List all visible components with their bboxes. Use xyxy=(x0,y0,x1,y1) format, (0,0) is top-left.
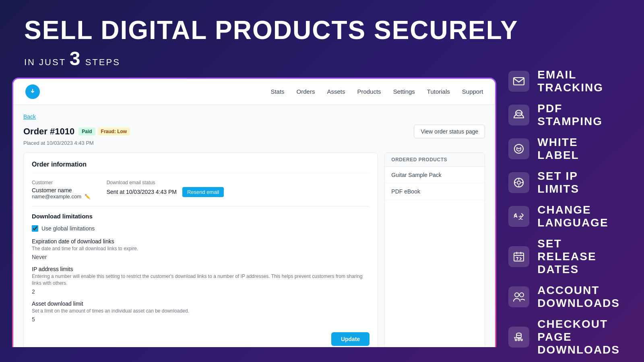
expiration-title: Expiration date of download links xyxy=(32,238,369,245)
nav-stats[interactable]: Stats xyxy=(270,88,284,95)
customer-col: Customer Customer name name@example.com … xyxy=(32,180,91,200)
products-header: ORDERED PRODUCTS xyxy=(385,153,485,167)
feature-set-ip-limits: SET IP LIMITS xyxy=(508,167,620,198)
app-content: Back Order #1010 Paid Fraud: Low View or… xyxy=(13,105,495,347)
ip-title: IP address limits xyxy=(32,266,369,272)
ip-desc: Entering a number will enable this setti… xyxy=(32,273,369,287)
nav-orders[interactable]: Orders xyxy=(297,88,315,95)
edit-email-icon[interactable]: ✏️ xyxy=(85,194,91,200)
change-language-icon: A 文 xyxy=(508,206,529,227)
view-status-button[interactable]: View order status page xyxy=(414,125,485,138)
products-card: ORDERED PRODUCTS Guitar Sample Pack PDF … xyxy=(384,152,485,347)
customer-label: Customer xyxy=(32,180,91,185)
feature-white-label: WHITE LABEL xyxy=(508,134,620,164)
ip-limits-field: IP address limits Entering a number will… xyxy=(32,266,369,295)
info-row: Customer Customer name name@example.com … xyxy=(32,180,369,200)
set-release-dates-label: SET RELEASE DATES xyxy=(537,237,620,276)
svg-point-14 xyxy=(521,339,522,341)
svg-text:PDF: PDF xyxy=(516,111,523,115)
feature-email-tracking: EMAIL TRACKING xyxy=(508,66,620,97)
svg-point-10 xyxy=(520,293,524,297)
order-title-row: Order #1010 Paid Fraud: Low xyxy=(23,126,130,137)
use-global-label: Use global limitations xyxy=(41,225,95,232)
update-row: Update xyxy=(32,328,369,346)
feature-account-downloads: ACCOUNT DOWNLOADS xyxy=(508,282,620,312)
app-logo xyxy=(25,84,40,99)
section-divider xyxy=(32,206,369,206)
change-language-label: CHANGE LANGUAGE xyxy=(537,204,620,229)
main-content: Stats Orders Assets Products Settings Tu… xyxy=(0,78,644,347)
subtitle-prefix: IN JUST xyxy=(24,57,66,67)
nav-settings[interactable]: Settings xyxy=(393,88,415,95)
set-release-dates-icon xyxy=(508,246,529,267)
svg-rect-8 xyxy=(514,253,524,261)
account-downloads-label: ACCOUNT DOWNLOADS xyxy=(537,284,620,310)
feature-pdf-stamping: PDF PDF STAMPING xyxy=(508,100,620,130)
feature-checkout-downloads: CHECKOUT PAGE DOWNLOADS xyxy=(508,315,620,359)
use-global-row: Use global limitations xyxy=(32,225,369,232)
fraud-badge: Fraud: Low xyxy=(98,128,130,136)
features-panel: EMAIL TRACKING PDF PDF STAMPING WHITE LA… xyxy=(496,78,632,347)
product-item-1: PDF eBook xyxy=(385,183,485,200)
hero-title: SELL DIGITAL PRODUCTS SECURELY xyxy=(24,16,620,44)
expiration-desc: The date and time for all download links… xyxy=(32,245,369,252)
order-title: Order #1010 xyxy=(23,126,74,137)
order-info-card: Order information Customer Customer name… xyxy=(23,152,378,347)
app-panel: Stats Orders Assets Products Settings Tu… xyxy=(13,79,495,347)
checkout-downloads-label: CHECKOUT PAGE DOWNLOADS xyxy=(537,318,620,356)
use-global-checkbox[interactable] xyxy=(32,225,38,232)
asset-download-field: Asset download limit Set a limit on the … xyxy=(32,300,369,323)
order-columns: Order information Customer Customer name… xyxy=(23,152,485,347)
feature-set-release-dates: SET RELEASE DATES xyxy=(508,235,620,278)
order-info-title: Order information xyxy=(32,161,369,173)
asset-desc: Set a limit on the amount of times an in… xyxy=(32,308,369,315)
nav-support[interactable]: Support xyxy=(462,88,483,95)
pdf-stamping-icon: PDF xyxy=(508,105,529,125)
svg-point-5 xyxy=(517,181,520,184)
download-limitations-title: Download limitations xyxy=(32,213,369,220)
customer-name: Customer name xyxy=(32,187,91,193)
download-email-col: Download email status Sent at 10/03/2023… xyxy=(107,180,224,200)
expiration-value: Never xyxy=(32,254,369,260)
asset-value: 5 xyxy=(32,316,369,323)
svg-point-11 xyxy=(516,333,521,335)
download-email-label: Download email status xyxy=(107,180,224,185)
svg-text:A: A xyxy=(514,212,518,219)
customer-email: name@example.com ✏️ xyxy=(32,193,91,200)
product-item-0: Guitar Sample Pack xyxy=(385,167,485,183)
checkout-downloads-icon xyxy=(508,327,529,348)
subtitle-suffix: STEPS xyxy=(85,57,120,67)
ip-value: 2 xyxy=(32,288,369,295)
svg-point-12 xyxy=(515,339,517,341)
svg-point-9 xyxy=(515,293,519,297)
nav-tutorials[interactable]: Tutorials xyxy=(427,88,450,95)
order-header: Order #1010 Paid Fraud: Low View order s… xyxy=(23,125,485,138)
email-tracking-icon xyxy=(508,71,529,92)
svg-point-13 xyxy=(518,339,520,341)
nav-products[interactable]: Products xyxy=(357,88,381,95)
paid-badge: Paid xyxy=(78,128,95,136)
feature-change-language: A 文 CHANGE LANGUAGE xyxy=(508,201,620,232)
update-button[interactable]: Update xyxy=(331,332,369,346)
resend-email-button[interactable]: Resend email xyxy=(182,187,224,197)
nav-bar: Stats Orders Assets Products Settings Tu… xyxy=(13,79,495,105)
white-label-icon xyxy=(508,138,529,159)
app-panel-wrapper: Stats Orders Assets Products Settings Tu… xyxy=(12,78,496,347)
email-tracking-label: EMAIL TRACKING xyxy=(537,68,620,94)
expiration-field: Expiration date of download links The da… xyxy=(32,238,369,260)
asset-title: Asset download limit xyxy=(32,300,369,307)
pdf-stamping-label: PDF STAMPING xyxy=(537,102,620,128)
nav-assets[interactable]: Assets xyxy=(327,88,345,95)
svg-rect-1 xyxy=(514,78,524,85)
subtitle-number: 3 xyxy=(70,48,82,69)
nav-links: Stats Orders Assets Products Settings Tu… xyxy=(270,88,483,95)
set-ip-limits-label: SET IP LIMITS xyxy=(537,170,620,195)
set-ip-limits-icon xyxy=(508,172,529,193)
account-downloads-icon xyxy=(508,286,529,307)
back-link[interactable]: Back xyxy=(23,113,36,120)
sent-at: Sent at 10/03/2023 4:43 PM Resend email xyxy=(107,187,224,197)
order-date: Placed at 10/03/2023 4:43 PM xyxy=(23,140,485,146)
white-label-label: WHITE LABEL xyxy=(537,136,620,162)
